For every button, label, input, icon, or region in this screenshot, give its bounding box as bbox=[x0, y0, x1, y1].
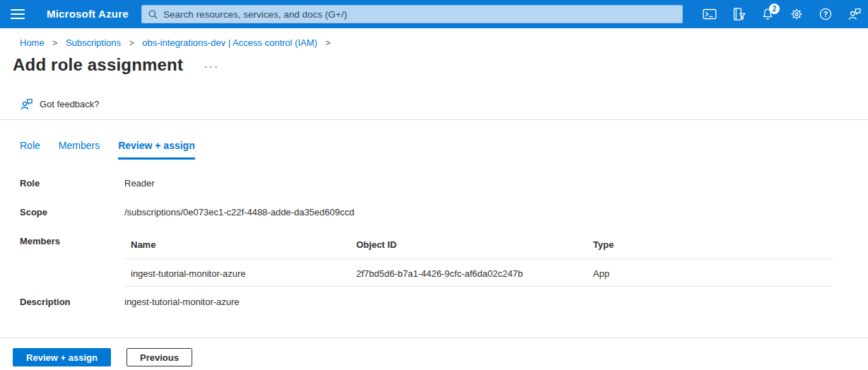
footer-actions: Review + assign Previous bbox=[13, 348, 192, 366]
description-label: Description bbox=[20, 297, 124, 307]
scope-row: Scope /subscriptions/0e073ec1-c22f-4488-… bbox=[20, 207, 833, 217]
feedback-person-icon bbox=[848, 7, 862, 21]
review-summary: Role Reader Scope /subscriptions/0e073ec… bbox=[20, 178, 833, 307]
directory-filter-button[interactable] bbox=[731, 6, 746, 22]
tab-role[interactable]: Role bbox=[20, 140, 40, 160]
previous-button[interactable]: Previous bbox=[127, 348, 192, 366]
tab-members[interactable]: Members bbox=[59, 140, 100, 160]
page-title-row: Add role assignment ··· bbox=[13, 55, 868, 75]
breadcrumb: Home > Subscriptions > obs-integrations-… bbox=[0, 28, 868, 48]
breadcrumb-separator: > bbox=[325, 38, 330, 48]
hamburger-menu-button[interactable] bbox=[8, 6, 27, 22]
footer-divider bbox=[0, 338, 868, 338]
members-label: Members bbox=[20, 236, 124, 246]
feedback-button[interactable] bbox=[847, 6, 862, 22]
member-type-cell: App bbox=[593, 268, 833, 279]
role-label: Role bbox=[20, 178, 124, 189]
tab-review-assign[interactable]: Review + assign bbox=[118, 140, 195, 160]
svg-text:?: ? bbox=[823, 10, 828, 18]
table-row: ingest-tutorial-monitor-azure 2f7bd5d6-b… bbox=[124, 259, 833, 287]
search-icon bbox=[148, 9, 158, 20]
brand-title[interactable]: Microsoft Azure bbox=[47, 0, 129, 28]
title-context-menu-button[interactable]: ··· bbox=[204, 61, 220, 72]
column-header-object-id: Object ID bbox=[356, 239, 593, 250]
member-object-id-cell: 2f7bd5d6-b7a1-4426-9cfc-af6da02c247b bbox=[356, 268, 593, 279]
page-title: Add role assignment bbox=[13, 55, 183, 75]
search-input[interactable] bbox=[163, 9, 676, 20]
member-name-cell: ingest-tutorial-monitor-azure bbox=[124, 268, 356, 279]
description-row: Description ingest-tutorial-monitor-azur… bbox=[20, 297, 833, 307]
description-value: ingest-tutorial-monitor-azure bbox=[124, 297, 240, 307]
help-icon: ? bbox=[819, 7, 833, 21]
breadcrumb-item-subscriptions[interactable]: Subscriptions bbox=[66, 37, 121, 48]
notification-badge: 2 bbox=[769, 4, 780, 14]
azure-portal-window: Microsoft Azure bbox=[0, 0, 868, 370]
column-header-type: Type bbox=[593, 239, 833, 250]
settings-button[interactable] bbox=[789, 6, 804, 22]
role-value: Reader bbox=[124, 178, 155, 189]
directory-filter-icon bbox=[732, 7, 746, 21]
breadcrumb-separator: > bbox=[52, 38, 57, 48]
column-header-name: Name bbox=[124, 239, 356, 250]
global-search-box bbox=[141, 5, 683, 23]
scope-label: Scope bbox=[20, 207, 124, 217]
members-table: Name Object ID Type ingest-tutorial-moni… bbox=[124, 236, 833, 287]
scope-value: /subscriptions/0e073ec1-c22f-4488-adde-d… bbox=[124, 207, 354, 217]
help-button[interactable]: ? bbox=[818, 6, 833, 22]
top-bar-actions: 2 ? bbox=[702, 0, 862, 28]
role-row: Role Reader bbox=[20, 178, 833, 189]
feedback-divider bbox=[0, 119, 868, 120]
feedback-row: Got feedback? bbox=[20, 97, 868, 111]
got-feedback-link[interactable]: Got feedback? bbox=[40, 99, 100, 109]
members-table-header: Name Object ID Type bbox=[124, 236, 833, 259]
review-assign-button[interactable]: Review + assign bbox=[13, 348, 111, 366]
got-feedback-icon bbox=[20, 97, 33, 111]
tab-bar: Role Members Review + assign bbox=[20, 140, 868, 160]
top-bar: Microsoft Azure bbox=[0, 0, 868, 28]
cloud-shell-icon bbox=[703, 7, 717, 21]
breadcrumb-separator: > bbox=[129, 38, 134, 48]
gear-icon bbox=[790, 7, 804, 21]
breadcrumb-item-home[interactable]: Home bbox=[20, 37, 45, 48]
breadcrumb-item-resource[interactable]: obs-integrations-dev | Access control (I… bbox=[142, 37, 317, 48]
notifications-button[interactable]: 2 bbox=[760, 6, 775, 22]
cloud-shell-button[interactable] bbox=[702, 6, 717, 22]
members-row: Members Name Object ID Type ingest-tutor… bbox=[20, 236, 833, 287]
